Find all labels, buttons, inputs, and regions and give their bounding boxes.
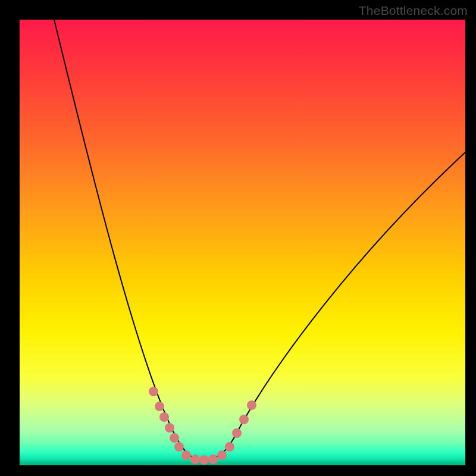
right-marker-4 xyxy=(247,400,256,410)
bottom-marker-5 xyxy=(217,450,227,460)
left-marker-4 xyxy=(165,423,174,433)
left-marker-2 xyxy=(155,402,164,411)
left-marker-6 xyxy=(174,442,184,452)
chart-plot-area xyxy=(20,20,465,465)
bottom-marker-3 xyxy=(199,455,209,465)
left-marker-3 xyxy=(159,412,169,422)
left-marker-5 xyxy=(170,433,179,443)
right-marker-1 xyxy=(225,442,234,452)
right-marker-3 xyxy=(239,415,249,424)
bottleneck-curve xyxy=(54,20,465,460)
bottom-marker-1 xyxy=(181,450,191,460)
bottom-marker-4 xyxy=(208,455,218,464)
curve-svg xyxy=(20,20,465,465)
left-marker-1 xyxy=(149,387,158,396)
watermark-text: TheBottleneck.com xyxy=(359,4,468,18)
bottom-marker-2 xyxy=(190,455,200,464)
right-marker-2 xyxy=(232,428,242,438)
